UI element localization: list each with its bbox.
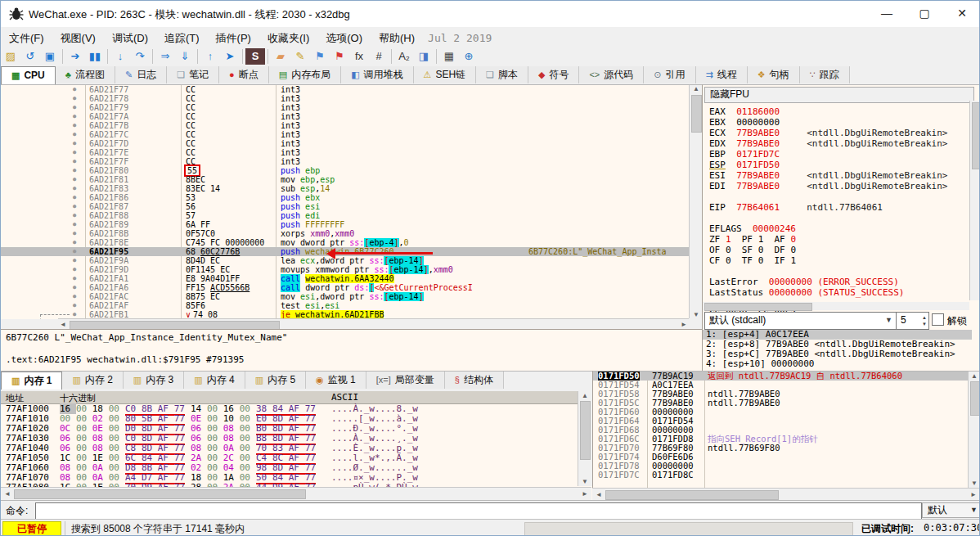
run-to-user-code-icon[interactable]: ➤ [220, 48, 240, 65]
menu-收藏夹(I)[interactable]: 收藏夹(I) [259, 27, 317, 50]
execute-till-return-icon[interactable]: ⇓ [175, 48, 195, 65]
hide-fpu-button[interactable]: 隐藏FPU [704, 87, 974, 103]
call-argument-row[interactable]: 4: [esp+10] 00000000 [703, 359, 972, 369]
tab-references[interactable]: ⊙引用 [644, 66, 695, 83]
register-line[interactable]: EIP 77B64061 ntdll.77B64061 [709, 202, 947, 213]
breakpoint-dot[interactable]: ● [73, 112, 76, 121]
calling-convention-select[interactable]: 默认 (stdcall) ▼ [704, 312, 897, 330]
disassembly-pane[interactable]: ●6AD21F77CCint3●6AD21F78CCint3●6AD21F79C… [1, 84, 689, 319]
disasm-row[interactable]: ●6AD21F8055push ebp [1, 166, 689, 175]
assemble-icon[interactable]: A₂ [394, 48, 414, 65]
breakpoint-dot[interactable]: ● [73, 184, 76, 193]
register-line[interactable]: ZF 1 PF 1 AF 0 [709, 234, 947, 245]
disasm-row[interactable]: ●6AD21F896A FFpush FFFFFFFF [1, 220, 689, 229]
dump-vscrollbar[interactable]: ▲ ▼ [578, 391, 592, 486]
open-file-icon[interactable]: ▨ [1, 48, 20, 65]
register-line[interactable] [709, 213, 947, 223]
skip-next-icon[interactable]: S [245, 48, 265, 65]
disasm-row[interactable]: ●6AD21F7ACCint3 [1, 112, 689, 121]
disasm-row[interactable]: ●6AD21F818BECmov ebp,esp [1, 175, 689, 184]
stack-row[interactable]: 0171FD54A0C17EEA [593, 381, 980, 390]
breakpoint-dot[interactable]: ● [73, 247, 76, 256]
dump-col-address[interactable]: 地址 [6, 392, 24, 404]
breakpoint-dot[interactable]: ● [73, 274, 76, 283]
menu-视图(V)[interactable]: 视图(V) [52, 27, 104, 50]
disasm-row[interactable]: ●6AD21F8756push esi [1, 202, 689, 211]
register-line[interactable]: OF 0 SF 0 DF 0 [709, 245, 947, 255]
bottom-tab-dump3[interactable]: ▥内存 3 [124, 372, 184, 389]
menu-文件(F)[interactable]: 文件(F) [1, 27, 52, 50]
stack-row[interactable]: 0171FD5877B9ABE0ntdll.77B9ABE0 [593, 390, 980, 399]
disasm-vscrollbar[interactable]: ▲ ▼ [689, 85, 703, 318]
patches-icon[interactable]: ▰ [271, 48, 290, 65]
register-line[interactable]: CF 0 TF 0 IF 1 [709, 255, 947, 266]
minimize-button[interactable]: — [868, 1, 906, 26]
disasm-row[interactable]: ●6AD21F78CCint3 [1, 94, 689, 103]
step-over-icon[interactable]: ↷ [130, 48, 150, 65]
labels-icon[interactable]: ⚑ [310, 48, 330, 65]
stack-row[interactable]: 0171FD7C0171FD8C [593, 471, 980, 480]
bottom-tab-dump4[interactable]: ▥内存 4 [184, 372, 245, 389]
checkbox-icon[interactable] [932, 313, 944, 326]
disasm-row[interactable]: ●6AD21F8857push edi [1, 211, 689, 220]
hash-icon[interactable]: # [369, 48, 389, 65]
register-line[interactable]: ESI 77B9ABE0 <ntdll.DbgUiRemoteBreakin> [709, 170, 947, 181]
stack-row[interactable]: 0171FD7800000000 [593, 462, 980, 471]
stop-icon[interactable]: ▣ [40, 48, 60, 65]
breakpoint-dot[interactable]: ● [73, 121, 76, 130]
stack-pane[interactable]: 0171FD5077B9AC19返回到 ntdll.77B9AC19 自 ntd… [592, 371, 980, 501]
tab-cpu[interactable]: ▦CPU [1, 66, 56, 84]
stack-hscrollbar[interactable]: ◄ ► [592, 488, 980, 501]
breakpoint-dot[interactable]: ● [73, 139, 76, 148]
bottom-tab-watch[interactable]: ◉监视 1 [306, 372, 366, 389]
stack-row[interactable]: 0171FD6C0171FDD8指向SEH_Record[1]的指针 [593, 435, 980, 444]
registers-hscrollbar[interactable] [703, 302, 969, 310]
arg-count-stepper[interactable]: 5 ▲ ▼ [896, 312, 929, 330]
menu-选项(O)[interactable]: 选项(O) [317, 27, 371, 50]
tab-graph[interactable]: ♣流程图 [56, 66, 115, 83]
breakpoint-dot[interactable]: ● [73, 256, 76, 265]
call-arguments-list[interactable]: 1: [esp+4] A0C17EEA2: [esp+8] 77B9ABE0 <… [702, 330, 972, 371]
calculator-icon[interactable]: ▦ [439, 48, 459, 65]
breakpoint-dot[interactable]: ● [73, 220, 76, 229]
bottom-tab-dump5[interactable]: ▥内存 5 [245, 372, 306, 389]
memory-dump-pane[interactable]: 地址 十六进制 ASCII 77AF100016 00 18 00C0 8B A… [1, 391, 592, 500]
bookmarks-icon[interactable]: ⚑ [330, 48, 349, 65]
registers-vscrollbar[interactable] [969, 101, 980, 300]
register-line[interactable] [709, 266, 947, 277]
stack-row[interactable]: 0171FD6000000000 [593, 408, 980, 417]
disasm-row[interactable]: ●6AD21FA1E8 9A04D1FFcall wechatwin.6AA32… [1, 274, 689, 283]
stack-row[interactable]: 0171FD640171FD54 [593, 417, 980, 426]
register-line[interactable]: EAX 01186000 [709, 106, 947, 117]
disasm-row[interactable]: ●6AD21FA6FF15 ACD5566Bcall dword ptr ds:… [1, 283, 689, 292]
comments-icon[interactable]: ✎ [290, 48, 310, 65]
disasm-row[interactable]: ●6AD21F7ECCint3 [1, 148, 689, 157]
tab-trace[interactable]: ∵跟踪 [800, 66, 850, 83]
disasm-hscrollbar[interactable]: ◄ ► [58, 318, 689, 330]
disasm-row[interactable]: ●6AD21F79CCint3 [1, 103, 689, 112]
register-line[interactable]: EDX 77B9ABE0 <ntdll.DbgUiRemoteBreakin> [709, 138, 947, 149]
breakpoint-dot[interactable]: ● [73, 130, 76, 139]
dump-col-hex[interactable]: 十六进制 [60, 392, 96, 404]
spin-down-icon[interactable]: ▼ [922, 321, 927, 327]
disasm-row[interactable]: ●6AD21F9D0F1145 ECmovups xmmword ptr ss:… [1, 265, 689, 274]
breakpoint-dot[interactable]: ● [73, 175, 76, 184]
register-line[interactable]: LastError 00000000 (ERROR_SUCCESS) [709, 277, 947, 287]
tab-script[interactable]: ❏脚本 [476, 66, 528, 83]
menu-帮助(H)[interactable]: 帮助(H) [371, 27, 423, 50]
tab-symbols[interactable]: ◆符号 [528, 66, 579, 83]
bottom-tab-locals[interactable]: [x=]局部变量 [366, 372, 445, 389]
disasm-row[interactable]: ●6AD21F8383EC 14sub esp,14 [1, 184, 689, 193]
command-script-select[interactable]: 默认 ▼ [922, 502, 980, 518]
register-list[interactable]: EAX 01186000EBX 00000000ECX 77B9ABE0 <nt… [709, 106, 947, 319]
breakpoint-dot[interactable]: ● [73, 94, 76, 103]
menu-调试(D)[interactable]: 调试(D) [104, 27, 156, 50]
command-input[interactable] [35, 502, 922, 520]
breakpoint-dot[interactable]: ● [73, 85, 76, 94]
register-line[interactable]: EBX 00000000 [709, 117, 947, 128]
tab-log[interactable]: ✎日志 [115, 66, 167, 83]
register-line[interactable]: EFLAGS 00000246 [709, 223, 947, 234]
close-button[interactable]: ✕ [943, 1, 980, 26]
disasm-row[interactable]: ●6AD21F77CCint3 [1, 85, 689, 94]
tab-notes[interactable]: ❏笔记 [167, 66, 219, 83]
